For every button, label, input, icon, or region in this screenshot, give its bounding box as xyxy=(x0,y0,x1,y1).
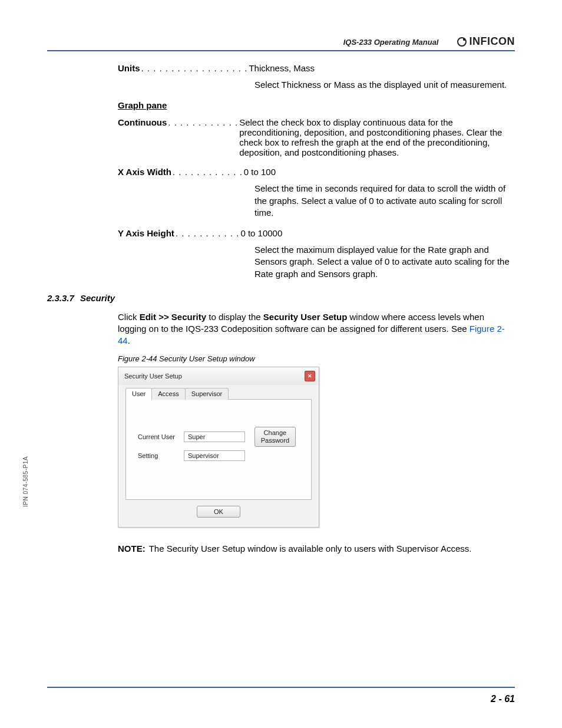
label-current-user: Current User xyxy=(138,433,184,440)
security-user-setup-window: Security User Setup ✕ User Access Superv… xyxy=(118,367,319,528)
figure-caption: Figure 2-44 Security User Setup window xyxy=(118,354,515,363)
val-units: Thickness, Mass xyxy=(249,63,315,73)
term-yaxis: Y Axis Height xyxy=(118,228,174,238)
section-number: 2.3.3.7 xyxy=(47,293,74,303)
term-units: Units xyxy=(118,63,140,73)
note: NOTE: The Security User Setup window is … xyxy=(118,543,515,555)
term-xaxis: X Axis Width xyxy=(118,167,171,177)
desc-units: Select Thickness or Mass as the displaye… xyxy=(254,79,515,91)
page-header: IQS-233 Operating Manual INFICON xyxy=(47,35,515,51)
page-number: 2 - 61 xyxy=(491,694,515,704)
tab-body-user: Current User Super Change Password Setti… xyxy=(125,400,312,500)
desc-yaxis: Select the maximum displayed value for t… xyxy=(254,244,515,280)
val-yaxis: 0 to 10000 xyxy=(240,228,282,238)
def-units: Units . . . . . . . . . . . . . . . . . … xyxy=(118,63,515,73)
doc-title: IQS-233 Operating Manual xyxy=(343,38,439,48)
leader-dots: . . . . . . . . . . . . xyxy=(167,117,239,127)
brand-logo: INFICON xyxy=(457,35,515,48)
ok-button[interactable]: OK xyxy=(197,506,240,518)
field-setting[interactable]: Supervisor xyxy=(184,450,245,461)
note-text: The Security User Setup window is availa… xyxy=(149,543,472,555)
window-title: Security User Setup xyxy=(124,373,182,380)
tab-strip: User Access Supervisor xyxy=(125,387,312,400)
svg-point-1 xyxy=(462,38,465,40)
term-continuous: Continuous xyxy=(118,117,167,127)
section-heading: 2.3.3.7 Security xyxy=(47,293,515,303)
subhead-graph-pane: Graph pane xyxy=(118,100,515,110)
leader-dots: . . . . . . . . . . . . xyxy=(171,167,244,177)
close-icon[interactable]: ✕ xyxy=(305,371,315,381)
tab-access[interactable]: Access xyxy=(151,388,185,400)
tab-supervisor[interactable]: Supervisor xyxy=(185,388,229,400)
section-title: Security xyxy=(80,293,115,303)
note-label: NOTE: xyxy=(118,543,149,555)
side-ipn-label: IPN 074-585-P1A xyxy=(22,456,29,507)
field-current-user[interactable]: Super xyxy=(184,431,245,442)
change-password-button[interactable]: Change Password xyxy=(254,427,296,447)
logo-icon xyxy=(457,37,467,47)
def-continuous: Continuous . . . . . . . . . . . . Selec… xyxy=(118,117,515,157)
def-yaxis: Y Axis Height . . . . . . . . . . . 0 to… xyxy=(118,228,515,238)
security-paragraph: Click Edit >> Security to display the Se… xyxy=(118,311,515,347)
leader-dots: . . . . . . . . . . . . . . . . . . xyxy=(140,63,249,73)
desc-continuous: Select the check box to display continuo… xyxy=(239,117,515,157)
page-footer: 2 - 61 xyxy=(47,687,515,704)
def-xaxis: X Axis Width . . . . . . . . . . . . 0 t… xyxy=(118,167,515,177)
window-titlebar: Security User Setup ✕ xyxy=(118,367,319,385)
desc-xaxis: Select the time in seconds required for … xyxy=(254,183,515,219)
tab-user[interactable]: User xyxy=(125,388,152,400)
leader-dots: . . . . . . . . . . . xyxy=(174,228,241,238)
logo-text: INFICON xyxy=(470,35,515,48)
val-xaxis: 0 to 100 xyxy=(244,167,276,177)
label-setting: Setting xyxy=(138,452,184,459)
